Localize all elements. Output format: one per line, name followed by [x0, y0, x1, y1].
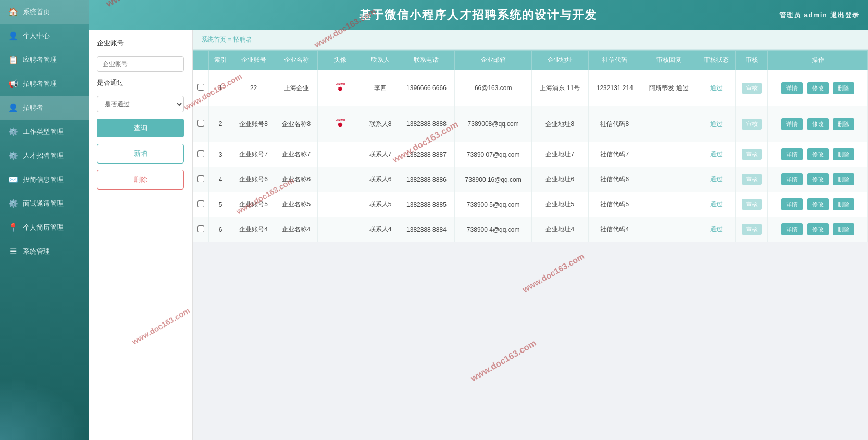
sidebar-item-talent-label: 人才招聘管理: [23, 151, 64, 160]
audit-button[interactable]: 审核: [742, 199, 762, 210]
audit-button[interactable]: 审核: [742, 149, 762, 160]
edit-button[interactable]: 修改: [807, 148, 829, 160]
row-checkbox[interactable]: [197, 150, 204, 157]
detail-button[interactable]: 详情: [781, 223, 803, 235]
row-social-code: 社信代码7: [588, 142, 641, 167]
edit-button[interactable]: 修改: [807, 82, 829, 94]
sidebar-item-recruiter[interactable]: 👤 招聘者: [0, 96, 89, 120]
system-icon: ☰: [8, 247, 18, 256]
batch-delete-button[interactable]: 删除: [97, 170, 184, 190]
row-company-name: 上海企业: [275, 70, 318, 106]
row-address: 企业地址5: [531, 192, 588, 217]
delete-row-button[interactable]: 删除: [833, 198, 854, 210]
row-status: 通过: [697, 142, 736, 167]
edit-button[interactable]: 修改: [807, 223, 829, 235]
row-email: 738900 16@qq.com: [455, 167, 531, 192]
sidebar-item-personal-resume[interactable]: 📍 个人简历管理: [0, 216, 89, 240]
sidebar-item-job-type[interactable]: ⚙️ 工作类型管理: [0, 120, 89, 144]
row-checkbox-cell: [193, 167, 209, 192]
recruiter-mgmt-icon: 📢: [8, 79, 18, 89]
row-avatar: [318, 217, 363, 242]
resume-submit-icon: ✉️: [8, 175, 18, 184]
audit-button[interactable]: 审核: [742, 83, 762, 94]
col-address: 企业地址: [531, 51, 588, 70]
row-status: 通过: [697, 106, 736, 142]
col-actions: 操作: [768, 51, 868, 70]
delete-row-button[interactable]: 删除: [833, 82, 854, 94]
row-phone: 1382388 8885: [398, 192, 455, 217]
row-contact: 李四: [363, 70, 398, 106]
detail-button[interactable]: 详情: [781, 173, 803, 185]
col-index: 索引: [209, 51, 232, 70]
row-company-name: 企业名称6: [275, 167, 318, 192]
edit-button[interactable]: 修改: [807, 118, 829, 130]
row-social-code: 社信代码6: [588, 167, 641, 192]
audit-button[interactable]: 审核: [742, 119, 762, 130]
query-button[interactable]: 查询: [97, 119, 184, 137]
sidebar-item-applicant[interactable]: 📋 应聘者管理: [0, 48, 89, 72]
row-company-name: 企业名称7: [275, 142, 318, 167]
sidebar-item-interview[interactable]: ⚙️ 面试邀请管理: [0, 192, 89, 216]
sidebar-item-system-label: 系统管理: [23, 247, 50, 256]
row-checkbox[interactable]: [197, 175, 204, 182]
row-address: 上海浦东 11号: [531, 70, 588, 106]
row-company-name: 企业名称4: [275, 217, 318, 242]
breadcrumb-separator: ≡: [228, 36, 231, 43]
sidebar-item-profile-label: 个人中心: [23, 31, 50, 41]
sidebar-item-recruiter-label: 招聘者: [23, 103, 43, 112]
sidebar-item-job-type-label: 工作类型管理: [23, 127, 64, 136]
col-contact: 联系人: [363, 51, 398, 70]
audit-button[interactable]: 审核: [742, 224, 762, 235]
sidebar-item-talent[interactable]: ⚙️ 人才招聘管理: [0, 144, 89, 168]
pass-select[interactable]: 是否通过 通过 不通过: [97, 96, 184, 112]
row-social-code: 社信代码4: [588, 217, 641, 242]
audit-button[interactable]: 审核: [742, 174, 762, 185]
row-phone: 1382388 8887: [398, 142, 455, 167]
row-actions: 详情 修改 删除: [768, 142, 868, 167]
edit-button[interactable]: 修改: [807, 173, 829, 185]
edit-button[interactable]: 修改: [807, 198, 829, 210]
sidebar-item-resume-submit-label: 投简信息管理: [23, 175, 64, 184]
personal-resume-icon: 📍: [8, 223, 18, 232]
sidebar-item-profile[interactable]: 👤 个人中心: [0, 24, 89, 48]
delete-row-button[interactable]: 删除: [833, 118, 854, 130]
account-filter-label: 企业账号: [97, 39, 184, 48]
row-checkbox[interactable]: [197, 84, 204, 91]
row-account: 企业账号8: [232, 106, 275, 142]
detail-button[interactable]: 详情: [781, 148, 803, 160]
row-checkbox[interactable]: [197, 120, 204, 127]
account-input[interactable]: [97, 56, 184, 72]
delete-row-button[interactable]: 删除: [833, 148, 854, 160]
row-checkbox[interactable]: [197, 225, 204, 232]
row-contact: 联系人7: [363, 142, 398, 167]
table-row: 3 企业账号7 企业名称7 联系人7 1382388 8887 73890 07…: [193, 142, 868, 167]
delete-row-button[interactable]: 删除: [833, 223, 854, 235]
table-body: 1 22 上海企业 HUAWEI 李四 1396666 6666 66@163.…: [193, 70, 868, 242]
sidebar-item-recruiter-mgmt[interactable]: 📢 招聘者管理: [0, 72, 89, 96]
row-index: 2: [209, 106, 232, 142]
home-icon: 🏠: [8, 7, 18, 17]
breadcrumb-home[interactable]: 系统首页: [201, 36, 226, 43]
detail-button[interactable]: 详情: [781, 198, 803, 210]
row-audit: 审核: [736, 106, 768, 142]
sidebar-item-resume-submit[interactable]: ✉️ 投简信息管理: [0, 168, 89, 192]
col-social: 社信代码: [588, 51, 641, 70]
row-status: 通过: [697, 70, 736, 106]
row-audit: 审核: [736, 192, 768, 217]
detail-button[interactable]: 详情: [781, 82, 803, 94]
detail-button[interactable]: 详情: [781, 118, 803, 130]
row-phone: 1382388 8886: [398, 167, 455, 192]
row-reply: [641, 217, 697, 242]
sidebar-item-system[interactable]: ☰ 系统管理: [0, 240, 89, 263]
add-button[interactable]: 新增: [97, 144, 184, 164]
row-checkbox[interactable]: [197, 200, 204, 207]
row-actions: 详情 修改 删除: [768, 106, 868, 142]
row-contact: 联系人6: [363, 167, 398, 192]
delete-row-button[interactable]: 删除: [833, 173, 854, 185]
sidebar-item-home-label: 系统首页: [23, 7, 50, 17]
sidebar-item-home[interactable]: 🏠 系统首页: [0, 0, 89, 24]
row-phone: 1382388 8884: [398, 217, 455, 242]
col-name: 企业名称: [275, 51, 318, 70]
table-header-row: 索引 企业账号 企业名称 头像 联系人 联系电话 企业邮箱 企业地址 社信代码 …: [193, 51, 868, 70]
row-avatar: [318, 167, 363, 192]
